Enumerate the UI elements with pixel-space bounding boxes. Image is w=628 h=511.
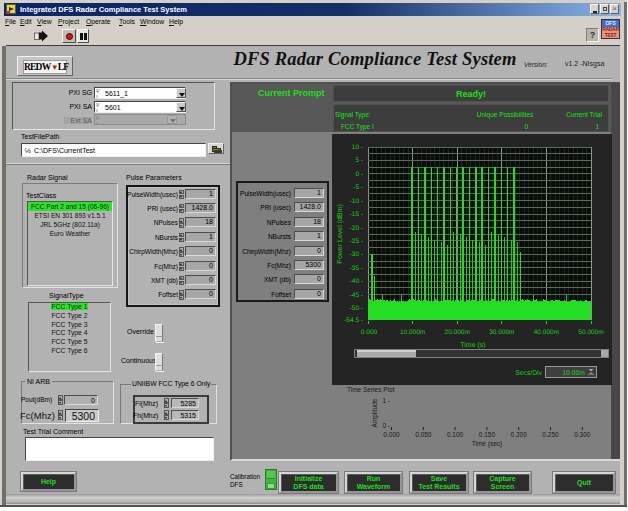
- svg-text:Power Level (dBm): Power Level (dBm): [336, 204, 344, 264]
- svg-text:0 -: 0 -: [382, 422, 390, 429]
- svg-text:0 -: 0 -: [355, 171, 363, 178]
- svg-text:-10 -: -10 -: [350, 198, 363, 205]
- svg-text:0.300: 0.300: [574, 431, 591, 438]
- svg-text:Time (s): Time (s): [460, 341, 485, 349]
- svg-text:Amplitude: Amplitude: [371, 398, 379, 427]
- svg-text:10 -: 10 -: [352, 144, 363, 151]
- svg-text:Time (sec): Time (sec): [472, 440, 502, 448]
- svg-text:0.100: 0.100: [447, 431, 464, 438]
- svg-text:-20 -: -20 -: [350, 225, 363, 232]
- svg-text:Time Series Plot: Time Series Plot: [347, 386, 395, 393]
- svg-text:0.050: 0.050: [415, 431, 432, 438]
- svg-text:Secs/Div: Secs/Div: [515, 370, 542, 377]
- svg-text:-15 -: -15 -: [350, 211, 363, 218]
- svg-text:0.200: 0.200: [511, 431, 528, 438]
- svg-text:0.000: 0.000: [383, 431, 400, 438]
- svg-text:-35 -: -35 -: [350, 265, 363, 272]
- svg-text:5 -: 5 -: [355, 157, 363, 164]
- svg-text:-5 -: -5 -: [353, 184, 363, 191]
- svg-text:0.000: 0.000: [361, 329, 378, 336]
- svg-text:30.000m: 30.000m: [489, 329, 514, 336]
- svg-text:1 -: 1 -: [382, 397, 390, 404]
- svg-text:-25 -: -25 -: [350, 238, 363, 245]
- svg-text:0.150: 0.150: [479, 431, 496, 438]
- svg-text:20.000m: 20.000m: [445, 329, 470, 336]
- svg-text:0.250: 0.250: [542, 431, 559, 438]
- svg-text:10.00m: 10.00m: [562, 370, 585, 377]
- svg-text:-40 -: -40 -: [350, 278, 363, 285]
- svg-text:-30 -: -30 -: [350, 251, 363, 258]
- svg-text:-54.5 -: -54.5 -: [344, 317, 363, 324]
- svg-text:-45 -: -45 -: [350, 292, 363, 299]
- svg-text:50.000m: 50.000m: [578, 329, 603, 336]
- svg-text:-50 -: -50 -: [350, 305, 363, 312]
- svg-text:10.000m: 10.000m: [400, 329, 425, 336]
- svg-text:40.000m: 40.000m: [534, 329, 559, 336]
